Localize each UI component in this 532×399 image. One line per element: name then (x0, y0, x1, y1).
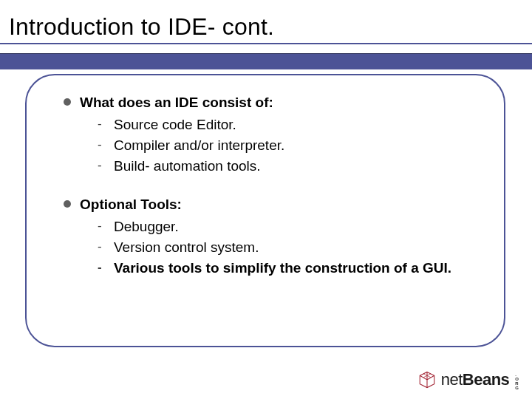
bullet-l2: Build- automation tools. (98, 157, 474, 176)
slide: Introduction to IDE- cont. What does an … (0, 0, 532, 399)
content-card: What does an IDE consist of: Source code… (25, 74, 505, 347)
cube-icon (417, 370, 437, 389)
bullet-l2: Debugger. (98, 217, 474, 236)
bullet-l2: Version control system. (98, 238, 474, 257)
title-area: Introduction to IDE- cont. (0, 0, 532, 58)
bullet-l2: Compiler and/or interpreter. (98, 136, 474, 155)
title-stripe (0, 53, 532, 69)
logo-org: .ORG (515, 372, 519, 390)
sub-list: Source code Editor. Compiler and/or inte… (64, 115, 474, 177)
logo-text: netBeans (441, 370, 510, 389)
bullet-l1: Optional Tools: (64, 195, 474, 214)
sub-list: Debugger. Version control system. Variou… (64, 217, 474, 279)
logo-part1: net (441, 370, 463, 389)
bullet-l2: Various tools to simplify the constructi… (98, 259, 474, 278)
bullet-group: What does an IDE consist of: Source code… (64, 93, 474, 176)
bullet-l1: What does an IDE consist of: (64, 93, 474, 112)
bullet-l2: Source code Editor. (98, 115, 474, 134)
logo-part2: Beans (463, 370, 510, 389)
slide-title: Introduction to IDE- cont. (9, 13, 532, 41)
footer-logo: netBeans .ORG (417, 369, 519, 390)
bullet-group: Optional Tools: Debugger. Version contro… (64, 195, 474, 278)
